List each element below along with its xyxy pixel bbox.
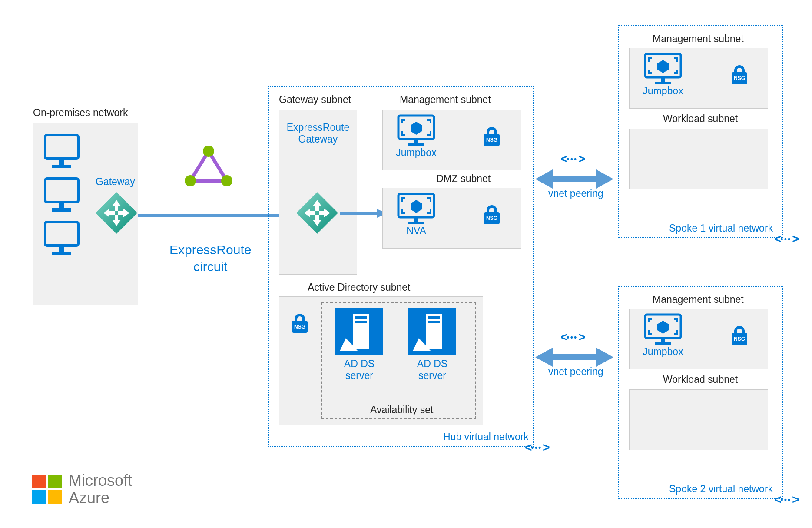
dmz-nsg-icon: NSG (481, 201, 502, 225)
svg-rect-24 (414, 140, 418, 143)
peering-2-right (596, 348, 613, 367)
ad-subnet-title: Active Directory subnet (308, 282, 410, 293)
spoke2-peering-icon: <•••> (774, 493, 798, 507)
hub-jumpbox: Jumpbox (390, 114, 442, 159)
svg-rect-0 (45, 135, 78, 159)
jumpbox-icon (397, 114, 436, 147)
svg-rect-6 (45, 222, 78, 246)
circuit-label: ExpressRoute circuit (169, 241, 251, 275)
peering-1-label: vnet peering (548, 188, 603, 199)
svg-marker-26 (411, 122, 422, 135)
peering-1-right (596, 169, 613, 189)
svg-point-17 (221, 175, 232, 186)
svg-marker-47 (657, 60, 669, 73)
svg-rect-25 (408, 143, 424, 146)
spoke2-workload-title: Workload subnet (663, 374, 738, 385)
dmz-title: DMZ subnet (436, 173, 491, 185)
svg-rect-46 (655, 82, 671, 84)
svg-marker-31 (411, 200, 422, 213)
ad-server-1-label: AD DS server (344, 358, 375, 382)
spoke1-workload-box (629, 129, 768, 189)
spoke1-jumpbox-label: Jumpbox (643, 85, 683, 97)
gateway-icon (95, 191, 138, 235)
monitor-icon (43, 219, 81, 258)
spoke1-nsg-icon: NSG (729, 61, 750, 85)
hub-vnet-peering-icon: <•••> (525, 441, 548, 455)
azure-logo: Microsoft Azure (32, 472, 132, 506)
svg-rect-30 (408, 222, 424, 224)
nsg-text: NSG (734, 75, 745, 81)
spoke2-jumpbox-label: Jumpbox (643, 346, 683, 358)
peering-2-icon: <•••> (560, 330, 584, 344)
nsg-text: NSG (486, 215, 497, 221)
svg-rect-51 (655, 342, 671, 345)
spoke2-nsg-icon: NSG (729, 322, 750, 346)
svg-rect-41 (428, 316, 440, 319)
svg-rect-4 (59, 203, 64, 208)
nva-icon (397, 192, 436, 225)
brand-line2: Azure (69, 489, 132, 507)
brand-line1: Microsoft (69, 472, 132, 489)
ms-logo-icon (32, 475, 62, 504)
svg-marker-18 (296, 192, 338, 234)
nsg-text: NSG (486, 137, 497, 143)
svg-rect-2 (52, 165, 71, 168)
hub-nva: NVA (390, 192, 442, 237)
spoke1-title: Spoke 1 virtual network (669, 222, 773, 234)
svg-rect-40 (426, 314, 442, 349)
svg-rect-50 (661, 339, 665, 342)
peering-2-line (550, 354, 599, 360)
availability-set-label: Availability set (370, 404, 433, 416)
svg-rect-8 (52, 252, 71, 255)
svg-marker-52 (657, 321, 669, 334)
ad-nsg-icon: NSG (289, 309, 310, 334)
svg-rect-42 (428, 321, 440, 323)
monitor-icon (43, 176, 81, 214)
svg-point-15 (203, 146, 214, 157)
peering-2-label: vnet peering (548, 366, 603, 378)
monitor-icon (43, 133, 81, 171)
svg-rect-36 (355, 316, 367, 319)
nva-label: NVA (406, 225, 426, 237)
peering-2-left (535, 348, 553, 367)
peering-1-icon: <•••> (560, 152, 584, 166)
onprem-gateway-label: Gateway (96, 176, 135, 188)
peering-1-line (550, 176, 599, 182)
hub-mgmt-nsg-icon: NSG (481, 123, 502, 147)
svg-rect-7 (59, 246, 64, 252)
spoke2-title: Spoke 2 virtual network (669, 483, 773, 495)
server-icon (335, 308, 383, 355)
svg-marker-9 (96, 192, 137, 234)
svg-point-16 (185, 175, 196, 186)
spoke1-jumpbox: Jumpbox (637, 52, 689, 97)
er-gateway-label: ExpressRoute Gateway (286, 122, 350, 145)
spoke1-peering-icon: <•••> (774, 232, 798, 246)
jumpbox-icon (643, 52, 683, 85)
svg-rect-5 (52, 208, 71, 212)
onprem-monitors (43, 133, 81, 258)
spoke2-workload-box (629, 389, 768, 450)
svg-rect-37 (355, 321, 367, 323)
svg-rect-3 (45, 179, 78, 202)
svg-rect-35 (353, 314, 369, 349)
svg-rect-29 (414, 218, 418, 222)
nsg-text: NSG (734, 336, 745, 342)
svg-rect-45 (661, 78, 665, 82)
spoke2-jumpbox: Jumpbox (637, 313, 689, 358)
spoke1-workload-title: Workload subnet (663, 113, 738, 125)
peering-1-left (535, 169, 553, 189)
nsg-text: NSG (294, 324, 305, 330)
ad-server-2-label: AD DS server (417, 358, 447, 382)
hub-internal-arrow-line (340, 212, 379, 215)
onprem-title: On-premises network (33, 107, 128, 119)
expressroute-triangle-icon (182, 143, 235, 191)
svg-rect-1 (59, 159, 64, 165)
hub-vnet-title: Hub virtual network (443, 431, 529, 443)
server-icon (408, 308, 456, 355)
hub-mgmt-title: Management subnet (400, 94, 491, 106)
ad-server-1: AD DS server (331, 308, 388, 382)
spoke1-mgmt-title: Management subnet (653, 33, 744, 45)
er-gateway-icon (295, 191, 339, 235)
ad-server-2: AD DS server (404, 308, 461, 382)
gateway-subnet-title: Gateway subnet (279, 94, 351, 106)
